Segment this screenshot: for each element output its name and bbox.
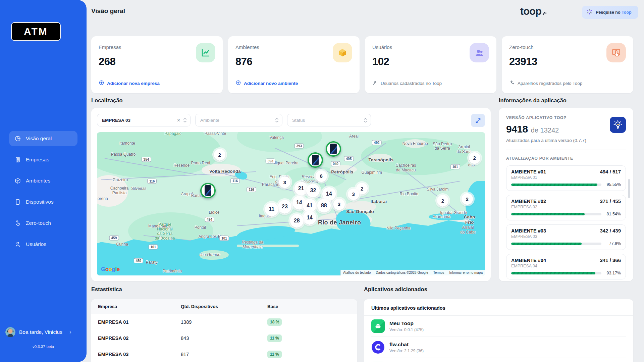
map-place-label: Araruama <box>433 215 450 219</box>
table-row[interactable]: EMPRESA 0381711 % <box>91 346 357 362</box>
filter-ambiente-select[interactable]: Ambiente <box>195 114 282 126</box>
cube-icon <box>333 43 352 62</box>
app-list-item[interactable]: Meu ToopVersão: 0.0.1 (475) <box>371 316 626 337</box>
apps-list: Meu ToopVersão: 0.0.1 (475)flw.chatVersã… <box>371 316 626 362</box>
stat-caption: Usuários cadastrados no Toop <box>372 80 442 87</box>
search-label: Pesquise no Toop <box>596 10 632 15</box>
sidebar-item-zero-touch[interactable]: Zero-touch <box>9 215 77 231</box>
map-attribution-item[interactable]: Atalhos do teclado <box>340 270 373 275</box>
atm-logo: ATM <box>11 22 61 41</box>
table-row[interactable]: EMPRESA 01138918 % <box>91 314 357 330</box>
road-badge: 116 <box>230 178 240 184</box>
cell-empresa: EMPRESA 03 <box>91 352 181 357</box>
map-cluster-marker[interactable]: 2 <box>437 195 448 206</box>
map-device-marker[interactable] <box>326 141 341 157</box>
ambiente-empresa: EMPRESA 03 <box>511 234 621 239</box>
map-attribution-item[interactable]: Informar erro no mapa <box>447 270 485 275</box>
chart-icon <box>196 43 215 62</box>
map-place-label: São Gonçalo <box>346 209 374 215</box>
map-cluster-marker[interactable]: 2 <box>214 149 225 160</box>
map-cluster-marker[interactable]: 6 <box>316 170 327 182</box>
cell-empresa: EMPRESA 02 <box>91 335 181 341</box>
map-place-label: Cruzeiro <box>113 178 128 183</box>
map-cluster-marker[interactable]: 23 <box>278 200 291 213</box>
map-cluster-marker[interactable]: 2 <box>462 193 473 205</box>
map-place-label: Silveiras <box>131 187 146 191</box>
toop-logo-text: toop <box>520 5 541 17</box>
map-place-label: Paraty <box>146 261 158 265</box>
map[interactable]: PapagaioPassa-VinteItamontePassa QuatroV… <box>97 132 485 275</box>
greeting-text: Boa tarde, Vinicius <box>19 329 62 335</box>
sidebar-item-empresas[interactable]: Empresas <box>9 152 77 167</box>
map-cluster-marker[interactable]: 21 <box>294 182 308 195</box>
map-place-label: Silva Jardim <box>427 187 448 192</box>
column-base: Base <box>267 304 357 309</box>
add-link[interactable]: Adicionar novo ambiente <box>235 80 298 87</box>
filter-ambiente-placeholder: Ambiente <box>200 118 219 123</box>
map-cluster-marker[interactable]: 88 <box>317 199 331 212</box>
ambiente-name: AMBIENTE #04 <box>511 258 546 263</box>
lightbulb-icon <box>610 117 626 133</box>
filter-status-placeholder: Status <box>292 118 305 123</box>
app-name: flw.chat <box>389 342 424 348</box>
ambiente-empresa: EMPRESA 04 <box>511 264 621 268</box>
map-place-label: Rio Bonito <box>400 192 418 197</box>
app-list-item[interactable]: Fênix Sat TecladoVersão: 3.2 (17) <box>371 358 626 362</box>
touch-icon <box>14 220 21 226</box>
map-attribution[interactable]: Atalhos do tecladoDados cartográficos ©2… <box>340 270 485 275</box>
progress-bar <box>511 243 601 245</box>
user-menu[interactable]: Boa tarde, Vinicius › <box>5 327 81 337</box>
sidebar-item-label: Zero-touch <box>26 220 51 226</box>
sidebar-item-dispositivos[interactable]: Dispositivos <box>9 194 77 210</box>
map-attribution-item[interactable]: Dados cartográficos ©2026 Google <box>373 270 430 275</box>
table-row[interactable]: EMPRESA 0284311 % <box>91 330 357 346</box>
app-list-item[interactable]: flw.chatVersão: 2.1.29 (36) <box>371 337 626 358</box>
map-device-marker[interactable] <box>200 183 216 198</box>
map-place-label: Arraial do Cabo <box>460 226 475 235</box>
map-place-label: Areal <box>349 134 359 139</box>
chevron-right-icon: › <box>69 329 71 335</box>
progress-bar <box>511 213 601 215</box>
filter-status-select[interactable]: Status <box>287 114 371 126</box>
sidebar-item-vis-o-geral[interactable]: Visão geral <box>9 131 77 146</box>
clear-filter-icon[interactable]: ✕ <box>177 118 180 123</box>
road-badge: 494 <box>205 217 214 222</box>
sidebar-item-label: Usuários <box>26 241 46 247</box>
caption-icon <box>509 80 515 87</box>
ambiente-progress-item: AMBIENTE #02371 / 455EMPRESA 0281.54% <box>506 195 626 220</box>
map-attribution-item[interactable]: Termos <box>431 270 447 275</box>
map-cluster-marker[interactable]: 28 <box>290 214 304 227</box>
road-badge: 393 <box>294 143 304 148</box>
filter-empresa-select[interactable]: EMPRESA 03 ✕ <box>97 114 191 126</box>
sidebar: ATM Visão geralEmpresasAmbientesDisposit… <box>0 0 87 362</box>
map-cluster-marker[interactable]: 3 <box>348 189 359 200</box>
map-cluster-marker[interactable]: 3 <box>279 176 290 188</box>
base-badge: 18 % <box>267 318 282 326</box>
scrollbar-thumb[interactable] <box>628 179 630 198</box>
ambiente-count: 494 / 517 <box>600 169 621 174</box>
map-cluster-marker[interactable]: 3 <box>333 199 345 210</box>
sidebar-item-ambientes[interactable]: Ambientes <box>9 173 77 189</box>
map-place-label: Arraial do Sana <box>457 145 472 154</box>
filter-empresa-value: EMPRESA 03 <box>102 118 130 123</box>
add-link[interactable]: Adicionar nova empresa <box>99 80 160 87</box>
app-version-text: Versão: 0.0.1 (475) <box>389 327 424 332</box>
map-cluster-marker[interactable]: 14 <box>322 187 336 201</box>
estatistica-table: Empresa Qtd. Dispositivos Base EMPRESA 0… <box>91 299 357 362</box>
map-cluster-marker[interactable]: 32 <box>306 184 320 197</box>
map-place-label: Petrópolis <box>331 169 353 175</box>
road-badge: 101 <box>450 164 460 169</box>
map-cluster-marker[interactable]: 11 <box>265 203 278 216</box>
expand-map-button[interactable] <box>471 114 485 127</box>
map-device-marker[interactable] <box>308 152 323 168</box>
app-version: v0.3.37-beta <box>5 345 81 349</box>
map-place-label: Patrimônio <box>163 269 182 274</box>
map-cluster-marker[interactable]: 41 <box>303 199 316 212</box>
search-button[interactable]: Pesquise no Toop <box>582 6 638 19</box>
app-info-card: VERSÃO APLICATIVO TOOP 9418 de 13242 Atu… <box>499 108 633 281</box>
map-place-label: Parque Nacional da Serra da Bocaina <box>155 222 175 241</box>
sidebar-item-label: Dispositivos <box>26 199 54 205</box>
map-cluster-marker[interactable]: 2 <box>469 152 480 164</box>
map-cluster-marker[interactable]: 14 <box>303 211 316 224</box>
sidebar-item-usu-rios[interactable]: Usuários <box>9 237 77 252</box>
